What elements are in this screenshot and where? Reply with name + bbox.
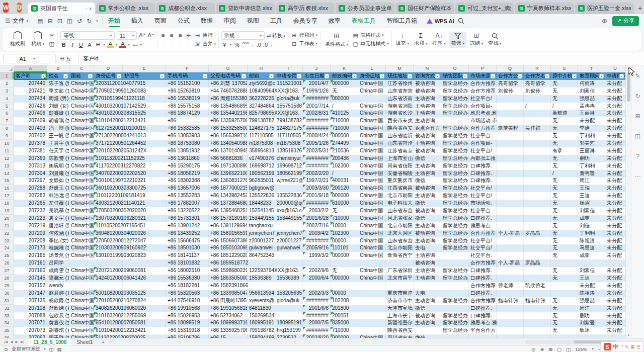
cell[interactable]: 合作方推荐 bbox=[469, 87, 497, 95]
cell[interactable]: 207073 bbox=[14, 327, 47, 334]
cell[interactable]: 口碑推荐. bbox=[469, 215, 497, 222]
cell[interactable]: 430102200208315525 bbox=[94, 110, 123, 117]
font-color-button[interactable]: A bbox=[119, 41, 126, 48]
cell[interactable]: 1999/1/26 bbox=[303, 87, 331, 95]
cell[interactable]: 留学总经办 bbox=[441, 192, 469, 200]
filter-dropdown-icon[interactable]: ▾ bbox=[297, 74, 301, 78]
decrease-indent-icon[interactable]: ⇤ bbox=[186, 32, 192, 39]
cell[interactable] bbox=[524, 215, 551, 222]
redo-icon[interactable]: ↻ bbox=[87, 18, 92, 25]
cell[interactable]: 未分配 bbox=[605, 87, 625, 95]
cell[interactable]: 刘俊伶 bbox=[524, 87, 551, 95]
cell[interactable]: 102300 bbox=[331, 230, 358, 237]
menu-item[interactable]: 表格工具 bbox=[346, 14, 381, 28]
cell[interactable]: 207160 bbox=[14, 267, 47, 275]
cell[interactable]: 未分配 bbox=[605, 132, 625, 140]
cell[interactable]: +86 15319918 bbox=[166, 327, 209, 334]
cell[interactable]: 留学总经办 bbox=[441, 110, 469, 117]
cell[interactable]: 丁利利 bbox=[578, 162, 605, 170]
cell[interactable]: 留学总经办 bbox=[441, 207, 469, 215]
filter-dropdown-icon[interactable]: ▾ bbox=[203, 74, 207, 78]
cell[interactable]: +86 18302388 bbox=[166, 177, 209, 185]
menu-item[interactable]: 效率 bbox=[323, 14, 346, 28]
menu-item[interactable]: 数据 bbox=[195, 14, 218, 28]
cell[interactable]: 799138782 bbox=[248, 327, 275, 334]
cell[interactable]: 安徽省铜陵 bbox=[386, 170, 414, 178]
cell[interactable]: 000000 bbox=[331, 132, 358, 140]
cell[interactable] bbox=[497, 215, 524, 222]
filter-dropdown-icon[interactable]: ▾ bbox=[599, 74, 604, 78]
cell[interactable]: 留学总经办 bbox=[441, 103, 469, 110]
cell[interactable]: 110105200207165451 bbox=[94, 222, 123, 230]
cell[interactable]: China中国 bbox=[69, 110, 94, 117]
row-number[interactable]: 32 bbox=[0, 305, 14, 312]
cell[interactable]: China中国 bbox=[69, 117, 94, 125]
scrollbar-thumb[interactable] bbox=[627, 72, 630, 102]
cell[interactable]: 310113200211152925 bbox=[94, 155, 123, 162]
cell[interactable]: 山东省东营 bbox=[386, 207, 414, 215]
row-number[interactable]: 18 bbox=[0, 200, 14, 207]
cell[interactable]: China中国 bbox=[69, 237, 94, 245]
cell[interactable]: 2001/9/18 bbox=[303, 192, 331, 200]
cell[interactable]: 江苏省徐州 bbox=[386, 80, 414, 87]
cell[interactable] bbox=[497, 207, 524, 215]
name-box[interactable]: A1 ▾ bbox=[3, 54, 51, 63]
first-sheet-icon[interactable]: |◀ bbox=[4, 340, 8, 344]
cell[interactable]: 无 bbox=[551, 140, 578, 147]
cell[interactable] bbox=[497, 222, 524, 230]
cell[interactable]: +86 18002510 bbox=[166, 267, 209, 275]
cell[interactable]: 未分配 bbox=[605, 170, 625, 178]
cell[interactable]: 成雨雯 (女 bbox=[47, 267, 69, 275]
cell[interactable]: 主动咨询 bbox=[414, 117, 441, 125]
cell[interactable]: 370502200012272047 bbox=[94, 237, 123, 245]
cell[interactable]: 未分配 bbox=[605, 140, 625, 147]
cell[interactable] bbox=[69, 259, 94, 267]
cell[interactable]: 马思迪 bbox=[578, 244, 605, 252]
cell[interactable]: 2005/9/16 bbox=[303, 244, 331, 252]
row-number[interactable]: 36 bbox=[0, 334, 14, 338]
cell[interactable]: 主动咨询 bbox=[414, 275, 441, 282]
cell[interactable] bbox=[524, 192, 551, 200]
cell[interactable]: China中国 bbox=[69, 192, 94, 200]
cell[interactable]: 207135 bbox=[14, 297, 47, 305]
ime-mic-icon[interactable]: ✎ bbox=[625, 344, 629, 349]
cell[interactable]: China中国 bbox=[69, 155, 94, 162]
cell[interactable]: 200051 bbox=[331, 312, 358, 320]
cell[interactable]: +86 15575158 bbox=[166, 103, 209, 110]
cell[interactable] bbox=[275, 222, 303, 230]
header-cell[interactable]: 原中介机▾ bbox=[551, 72, 578, 80]
align-bottom-icon[interactable]: ≡ bbox=[177, 32, 184, 38]
cell[interactable]: / bbox=[331, 103, 358, 110]
row-number[interactable]: 15 bbox=[0, 177, 14, 185]
cell[interactable]: 410125 bbox=[331, 110, 358, 117]
cell[interactable]: 黄韦慧 bbox=[578, 170, 605, 178]
cell[interactable] bbox=[497, 200, 524, 207]
cell[interactable]: China中国 bbox=[69, 207, 94, 215]
cell[interactable]: 无 bbox=[551, 244, 578, 252]
cell[interactable]: +86 15290175 bbox=[166, 162, 209, 170]
cell[interactable]: 无 bbox=[551, 155, 578, 162]
vertical-scrollbar[interactable]: ▴ ▾ bbox=[625, 65, 631, 338]
cell[interactable]: 河北省张家 bbox=[386, 215, 414, 222]
column-header[interactable]: P bbox=[469, 65, 497, 72]
cell[interactable]: 未分配 bbox=[578, 117, 605, 125]
cell[interactable]: +86 1580156591 bbox=[209, 230, 248, 237]
cell[interactable]: 124827175 bbox=[275, 125, 303, 132]
cell[interactable]: 蒯玏 bbox=[578, 155, 605, 162]
increase-font-button[interactable]: A⁺ bbox=[139, 32, 145, 39]
menu-item[interactable]: 插入 bbox=[126, 14, 149, 28]
cell[interactable]: 河南省信阳 bbox=[386, 162, 414, 170]
cell[interactable]: 有录 bbox=[551, 147, 578, 155]
cell[interactable]: 430321200211140121 bbox=[94, 200, 123, 207]
cell[interactable]: 文静如 (女 bbox=[47, 177, 69, 185]
cell[interactable]: 王一帆 (男 bbox=[47, 132, 69, 140]
cell[interactable]: 王迪 bbox=[578, 192, 605, 200]
column-header[interactable]: E bbox=[123, 65, 166, 72]
cell[interactable]: +86 15606475 bbox=[166, 237, 209, 245]
cell[interactable] bbox=[358, 297, 386, 305]
cell[interactable] bbox=[469, 334, 497, 338]
cell[interactable]: 未分配 bbox=[605, 244, 625, 252]
cell[interactable]: 210303200509160922 bbox=[94, 244, 123, 252]
preview-icon[interactable]: ◫ bbox=[67, 18, 72, 25]
cell[interactable]: ######## bbox=[303, 312, 331, 320]
